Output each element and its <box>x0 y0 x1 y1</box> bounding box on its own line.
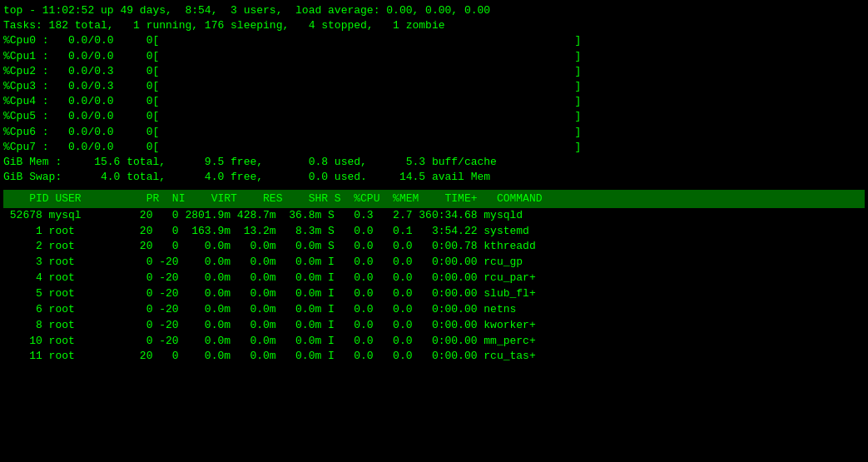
header-line-9: %Cpu7 : 0.0/0.0 0[ ] <box>3 140 865 155</box>
header-line-5: %Cpu3 : 0.0/0.3 0[ ] <box>3 79 865 94</box>
header-line-4: %Cpu2 : 0.0/0.3 0[ ] <box>3 64 865 79</box>
header-line-11: GiB Swap: 4.0 total, 4.0 free, 0.0 used.… <box>3 170 865 185</box>
table-section: PID USER PR NI VIRT RES SHR S %CPU %MEM … <box>3 190 865 365</box>
table-row-7: 8 root 0 -20 0.0m 0.0m 0.0m I 0.0 0.0 0:… <box>3 318 865 334</box>
table-row-1: 1 root 20 0 163.9m 13.2m 8.3m S 0.0 0.1 … <box>3 224 865 240</box>
header-line-0: top - 11:02:52 up 49 days, 8:54, 3 users… <box>3 3 865 18</box>
header-line-8: %Cpu6 : 0.0/0.0 0[ ] <box>3 125 865 140</box>
table-row-3: 3 root 0 -20 0.0m 0.0m 0.0m I 0.0 0.0 0:… <box>3 255 865 271</box>
header-line-10: GiB Mem : 15.6 total, 9.5 free, 0.8 used… <box>3 155 865 170</box>
table-row-2: 2 root 20 0 0.0m 0.0m 0.0m S 0.0 0.0 0:0… <box>3 239 865 255</box>
table-row-6: 6 root 0 -20 0.0m 0.0m 0.0m I 0.0 0.0 0:… <box>3 302 865 318</box>
table-row-9: 11 root 20 0 0.0m 0.0m 0.0m I 0.0 0.0 0:… <box>3 349 865 365</box>
header-line-6: %Cpu4 : 0.0/0.0 0[ ] <box>3 94 865 109</box>
table-row-5: 5 root 0 -20 0.0m 0.0m 0.0m I 0.0 0.0 0:… <box>3 286 865 302</box>
header-line-1: Tasks: 182 total, 1 running, 176 sleepin… <box>3 18 865 33</box>
terminal[interactable]: top - 11:02:52 up 49 days, 8:54, 3 users… <box>0 0 868 462</box>
header-line-2: %Cpu0 : 0.0/0.0 0[ ] <box>3 33 865 48</box>
table-row-8: 10 root 0 -20 0.0m 0.0m 0.0m I 0.0 0.0 0… <box>3 334 865 350</box>
table-row-0: 52678 mysql 20 0 2801.9m 428.7m 36.8m S … <box>3 208 865 224</box>
table-row-4: 4 root 0 -20 0.0m 0.0m 0.0m I 0.0 0.0 0:… <box>3 271 865 286</box>
header-line-3: %Cpu1 : 0.0/0.0 0[ ] <box>3 49 865 64</box>
top-section: top - 11:02:52 up 49 days, 8:54, 3 users… <box>3 2 865 186</box>
header-line-7: %Cpu5 : 0.0/0.0 0[ ] <box>3 109 865 124</box>
table-header: PID USER PR NI VIRT RES SHR S %CPU %MEM … <box>3 190 865 208</box>
